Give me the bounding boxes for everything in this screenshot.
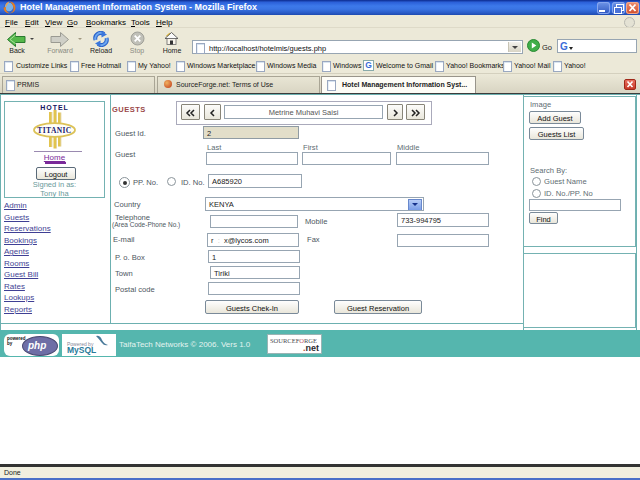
svg-text:TITANIC: TITANIC — [37, 126, 71, 135]
svg-text:MySQL: MySQL — [67, 345, 96, 355]
